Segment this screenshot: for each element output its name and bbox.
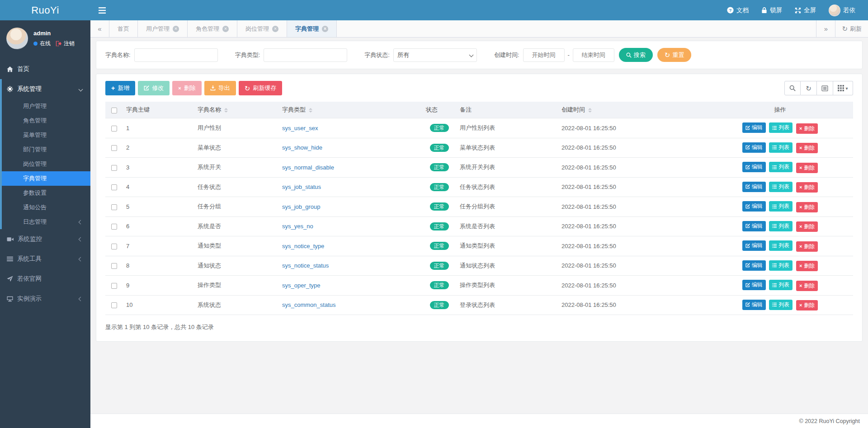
fullscreen-button[interactable]: 全屏 (788, 0, 822, 20)
col-create-time[interactable]: 创建时间 (558, 102, 707, 118)
sidebar-subitem-post-management[interactable]: 岗位管理 (2, 157, 90, 171)
sidebar-subitem-user-management[interactable]: 用户管理 (2, 99, 90, 113)
row-list-button[interactable]: 列表 (769, 201, 793, 212)
sidebar-item-system-tools[interactable]: 系统工具 (0, 249, 90, 269)
sidebar-item-official-site[interactable]: 若依官网 (0, 269, 90, 289)
col-dict-type[interactable]: 字典类型 (278, 102, 422, 118)
row-delete-button[interactable]: × 删除 (796, 221, 818, 232)
row-checkbox[interactable] (111, 145, 117, 151)
lock-screen-button[interactable]: 锁屏 (755, 0, 788, 20)
dict-type-link[interactable]: sys_job_status (282, 183, 321, 190)
row-edit-button[interactable]: 编辑 (742, 162, 766, 172)
tab-user-management[interactable]: 用户管理× (138, 20, 188, 37)
sidebar-subitem-menu-management[interactable]: 菜单管理 (2, 128, 90, 142)
start-time-input[interactable] (523, 48, 565, 62)
table-row[interactable]: 1 用户性别 sys_user_sex 正常 用户性别列表 2022-08-01… (105, 118, 853, 138)
row-checkbox[interactable] (111, 224, 117, 230)
row-edit-button[interactable]: 编辑 (742, 201, 766, 212)
col-dict-name[interactable]: 字典名称 (194, 102, 278, 118)
dict-type-link[interactable]: sys_common_status (282, 301, 336, 308)
row-list-button[interactable]: 列表 (769, 240, 793, 251)
table-row[interactable]: 9 操作类型 sys_oper_type 正常 操作类型列表 2022-08-0… (105, 276, 853, 296)
sidebar-subitem-log-management[interactable]: 日志管理 (2, 215, 90, 229)
dict-type-link[interactable]: sys_job_group (282, 203, 321, 210)
refresh-cache-button[interactable]: ↻刷新缓存 (239, 81, 283, 95)
row-edit-button[interactable]: 编辑 (742, 240, 766, 251)
row-list-button[interactable]: 列表 (769, 142, 793, 153)
table-row[interactable]: 5 任务分组 sys_job_group 正常 任务分组列表 2022-08-0… (105, 197, 853, 217)
table-row[interactable]: 6 系统是否 sys_yes_no 正常 系统是否列表 2022-08-01 1… (105, 216, 853, 236)
table-row[interactable]: 7 通知类型 sys_notice_type 正常 通知类型列表 2022-08… (105, 236, 853, 256)
row-checkbox[interactable] (111, 165, 117, 171)
row-edit-button[interactable]: 编辑 (742, 280, 766, 290)
sidebar-subitem-dept-management[interactable]: 部门管理 (2, 142, 90, 157)
dict-type-link[interactable]: sys_notice_status (282, 262, 329, 269)
export-button[interactable]: 导出 (204, 81, 236, 95)
row-edit-button[interactable]: 编辑 (742, 182, 766, 192)
tab-close-icon[interactable]: × (322, 26, 328, 32)
dict-type-input[interactable] (264, 48, 347, 62)
user-menu[interactable]: 若依 (822, 0, 862, 20)
dict-type-link[interactable]: sys_normal_disable (282, 164, 334, 171)
tabs-scroll-left-button[interactable]: « (90, 20, 109, 37)
row-list-button[interactable]: 列表 (769, 260, 793, 271)
row-checkbox[interactable] (111, 263, 117, 269)
row-delete-button[interactable]: × 删除 (796, 202, 818, 212)
row-delete-button[interactable]: × 删除 (796, 281, 818, 291)
sidebar-item-system-monitor[interactable]: 系统监控 (0, 229, 90, 249)
sort-icon[interactable] (309, 108, 312, 113)
table-row[interactable]: 2 菜单状态 sys_show_hide 正常 菜单状态列表 2022-08-0… (105, 138, 853, 158)
brand-logo[interactable]: RuoYi (0, 0, 90, 20)
dict-type-link[interactable]: sys_yes_no (282, 223, 313, 230)
dict-type-link[interactable]: sys_show_hide (282, 144, 322, 151)
row-edit-button[interactable]: 编辑 (742, 300, 766, 310)
row-list-button[interactable]: 列表 (769, 162, 793, 172)
row-edit-button[interactable]: 编辑 (742, 260, 766, 271)
sidebar-subitem-role-management[interactable]: 角色管理 (2, 113, 90, 128)
docs-button[interactable]: ? 文档 (721, 0, 755, 20)
table-search-toggle-button[interactable] (784, 81, 801, 95)
sidebar-item-system-management[interactable]: 系统管理 (2, 79, 90, 99)
dict-type-link[interactable]: sys_user_sex (282, 125, 318, 132)
table-row[interactable]: 4 任务状态 sys_job_status 正常 任务状态列表 2022-08-… (105, 177, 853, 197)
row-delete-button[interactable]: × 删除 (796, 182, 818, 193)
sort-icon[interactable] (588, 108, 592, 113)
row-delete-button[interactable]: × 删除 (796, 123, 818, 134)
row-delete-button[interactable]: × 删除 (796, 163, 818, 173)
dict-type-link[interactable]: sys_notice_type (282, 243, 324, 249)
sidebar-item-demo[interactable]: 实例演示 (0, 289, 90, 309)
row-checkbox[interactable] (111, 283, 117, 289)
row-edit-button[interactable]: 编辑 (742, 221, 766, 231)
sidebar-subitem-notice[interactable]: 通知公告 (2, 200, 90, 215)
delete-button[interactable]: ×删除 (172, 81, 201, 95)
edit-button[interactable]: 修改 (138, 81, 170, 95)
sort-icon[interactable] (224, 108, 228, 113)
row-list-button[interactable]: 列表 (769, 182, 793, 192)
tab-dict-management[interactable]: 字典管理× (287, 20, 337, 37)
reset-button[interactable]: ↻ 重置 (657, 48, 692, 62)
row-list-button[interactable]: 列表 (769, 221, 793, 231)
sidebar-item-home[interactable]: 首页 (0, 59, 90, 79)
row-checkbox[interactable] (111, 184, 117, 190)
search-button[interactable]: 搜索 (619, 48, 653, 62)
tab-refresh-button[interactable]: ↻ 刷新 (835, 20, 868, 37)
row-list-button[interactable]: 列表 (769, 280, 793, 290)
dict-status-select[interactable]: 所有 (393, 48, 477, 62)
tab-close-icon[interactable]: × (173, 26, 179, 32)
tab-close-icon[interactable]: × (222, 26, 229, 32)
row-list-button[interactable]: 列表 (769, 122, 793, 133)
row-checkbox[interactable] (111, 302, 117, 308)
add-button[interactable]: +新增 (105, 81, 135, 95)
row-checkbox[interactable] (111, 126, 117, 132)
table-row[interactable]: 10 系统状态 sys_common_status 正常 登录状态列表 2022… (105, 295, 853, 315)
tab-post-management[interactable]: 岗位管理× (237, 20, 287, 37)
row-delete-button[interactable]: × 删除 (796, 241, 818, 252)
sidebar-subitem-dict-management[interactable]: 字典管理 (2, 171, 90, 186)
end-time-input[interactable] (573, 48, 614, 62)
table-detail-view-button[interactable] (817, 81, 833, 95)
row-edit-button[interactable]: 编辑 (742, 142, 766, 153)
logout-label[interactable]: 注销 (64, 40, 75, 47)
row-checkbox[interactable] (111, 244, 117, 249)
table-columns-button[interactable]: ▾ (833, 81, 853, 95)
row-delete-button[interactable]: × 删除 (796, 143, 818, 153)
